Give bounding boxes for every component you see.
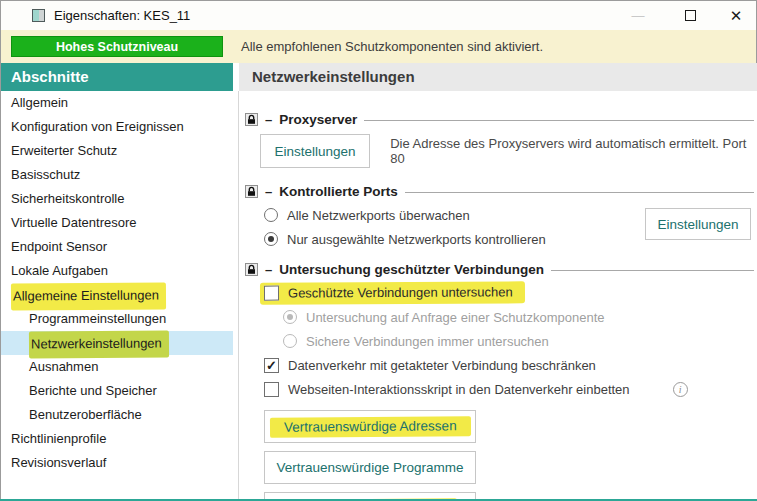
sidebar-item-sicherheitskontrolle[interactable]: Sicherheitskontrolle <box>1 187 233 211</box>
checkbox-scan-connections-label: Geschützte Verbindungen untersuchen <box>288 284 513 300</box>
close-button[interactable]: ✕ <box>719 1 753 30</box>
sections-sidebar: Abschnitte Allgemein Konfiguration von E… <box>1 63 233 499</box>
checkbox-row-metered[interactable]: ✓ Datenverkehr mit getakteter Verbindung… <box>264 357 755 373</box>
sidebar-item-allgemein[interactable]: Allgemein <box>1 91 233 115</box>
ports-section-header: – Kontrollierte Ports <box>245 184 755 199</box>
protection-level-badge[interactable]: Hohes Schutzniveau <box>11 36 223 57</box>
sidebar-item-netzwerkeinstellungen[interactable]: Netzwerkeinstellungen <box>1 331 233 355</box>
lock-icon <box>245 263 258 276</box>
checkbox-scan-connections[interactable] <box>264 286 279 301</box>
sidebar-header: Abschnitte <box>1 63 233 91</box>
sidebar-item-basisschutz[interactable]: Basisschutz <box>1 163 233 187</box>
window-title: Eigenschaften: KES_11 <box>54 8 190 23</box>
secure-connections-section-title: Untersuchung geschützter Verbindungen <box>279 262 544 277</box>
sidebar-item-ausnahmen[interactable]: Ausnahmen <box>1 355 233 379</box>
radio-row-scan-always: Sichere Verbindungen immer untersuchen <box>283 333 755 349</box>
marker-highlight: Geschützte Verbindungen untersuchen <box>260 281 525 304</box>
trusted-programs-button[interactable]: Vertrauenswürdige Programme <box>264 451 476 484</box>
collapse-indicator[interactable]: – <box>265 184 272 199</box>
radio-scan-always-label: Sichere Verbindungen immer untersuchen <box>306 334 549 349</box>
page-title: Netzwerkeinstellungen <box>239 63 757 91</box>
collapse-indicator[interactable]: – <box>265 262 272 277</box>
proxy-section-title: Proxyserver <box>279 112 357 127</box>
radio-scan-always <box>283 334 297 348</box>
marker-highlight: Vertrauenswürdige Adressen <box>270 416 471 438</box>
trusted-programs-button-label: Vertrauenswürdige Programme <box>277 460 464 475</box>
proxy-description: Die Adresse des Proxyservers wird automa… <box>390 136 755 166</box>
section-rule <box>364 120 754 121</box>
trusted-addresses-button[interactable]: Vertrauenswürdige Adressen <box>264 410 476 443</box>
marker-highlight: Netzwerkeinstellungen <box>29 331 169 359</box>
proxy-settings-button[interactable]: Einstellungen <box>260 134 370 168</box>
radio-all-ports[interactable] <box>264 208 278 222</box>
marker-highlight: Allgemeine Einstellungen <box>11 282 166 310</box>
radio-all-ports-label: Alle Netzwerkports überwachen <box>287 208 470 223</box>
checkbox-script-label: Webseiten-Interaktionsskript in den Date… <box>288 382 630 397</box>
sidebar-item-berichte-und-speicher[interactable]: Berichte und Speicher <box>1 379 233 403</box>
radio-selected-ports-label: Nur ausgewählte Netzwerkports kontrollie… <box>287 232 546 247</box>
checkbox-row-script[interactable]: Webseiten-Interaktionsskript in den Date… <box>264 381 755 397</box>
minimize-button: — <box>621 1 655 30</box>
status-banner: Hohes Schutzniveau Alle empfohlenen Schu… <box>1 30 756 63</box>
sidebar-item-endpoint-sensor[interactable]: Endpoint Sensor <box>1 235 233 259</box>
maximize-button[interactable] <box>673 1 707 30</box>
sidebar-item-allgemeine-einstellungen[interactable]: Allgemeine Einstellungen <box>1 283 233 307</box>
sidebar-item-virtuelle-datentresore[interactable]: Virtuelle Datentresore <box>1 211 233 235</box>
checkbox-metered-label: Datenverkehr mit getakteter Verbindung b… <box>288 358 596 373</box>
sidebar-item-erweiterter-schutz[interactable]: Erweiterter Schutz <box>1 139 233 163</box>
radio-selected-ports[interactable] <box>264 232 278 246</box>
checkbox-row-scan-connections[interactable]: Geschützte Verbindungen untersuchen <box>260 285 755 301</box>
section-rule <box>405 192 754 193</box>
sidebar-item-richtlinienprofile[interactable]: Richtlinienprofile <box>1 427 233 451</box>
ports-section-title: Kontrollierte Ports <box>279 184 398 199</box>
properties-dialog: Eigenschaften: KES_11 — ✕ Hohes Schutzni… <box>0 0 757 499</box>
radio-scan-on-request-label: Untersuchung auf Anfrage einer Schutzkom… <box>306 310 604 325</box>
sidebar-item-programmeinstellungen[interactable]: Programmeinstellungen <box>1 307 233 331</box>
sidebar-item-revisionsverlauf[interactable]: Revisionsverlauf <box>1 451 233 475</box>
checkbox-script[interactable] <box>264 382 279 397</box>
secure-connections-section-header: – Untersuchung geschützter Verbindungen <box>245 262 755 277</box>
title-bar: Eigenschaften: KES_11 — ✕ <box>1 1 756 30</box>
radio-row-scan-on-request: Untersuchung auf Anfrage einer Schutzkom… <box>283 309 755 325</box>
network-settings-panel: Netzwerkeinstellungen – Proxyserver Eins… <box>239 63 757 499</box>
banner-message: Alle empfohlenen Schutzkomponenten sind … <box>241 30 543 63</box>
app-icon <box>32 9 45 22</box>
checkbox-metered[interactable]: ✓ <box>264 358 279 373</box>
sidebar-item-lokale-aufgaben[interactable]: Lokale Aufgaben <box>1 259 233 283</box>
section-rule <box>551 270 754 271</box>
radio-scan-on-request <box>283 310 297 324</box>
lock-icon <box>245 185 258 198</box>
lock-icon <box>245 113 258 126</box>
sidebar-item-konfiguration-von-ereignissen[interactable]: Konfiguration von Ereignissen <box>1 115 233 139</box>
sidebar-item-benutzeroberflaeche[interactable]: Benutzeroberfläche <box>1 403 233 427</box>
info-icon[interactable]: i <box>673 382 688 397</box>
proxy-section-header: – Proxyserver <box>245 112 755 127</box>
ports-settings-button[interactable]: Einstellungen <box>645 208 751 240</box>
collapse-indicator[interactable]: – <box>265 112 272 127</box>
maximize-icon <box>685 10 696 21</box>
